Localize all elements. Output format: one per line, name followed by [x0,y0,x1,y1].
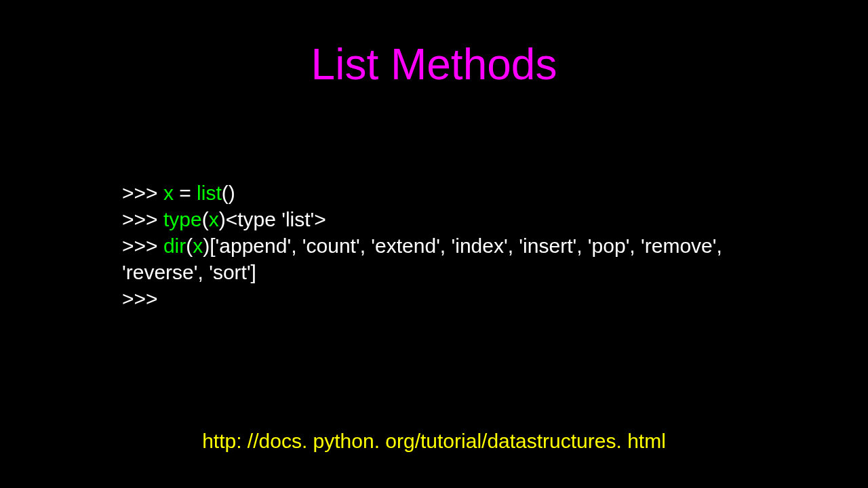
prompt: >>> [122,287,158,310]
prompt: >>> [122,208,163,230]
variable-x: x [163,182,174,204]
output-dir: ['append', 'count', 'extend', 'index', '… [122,235,722,283]
lparen: ( [186,235,193,257]
code-block: >>> x = list() >>> type(x)<type 'list'> … [122,180,800,312]
function-list: list [197,182,222,204]
prompt: >>> [122,182,163,204]
slide-title: List Methods [0,0,868,89]
code-line-2: >>> type(x)<type 'list'> [122,206,800,232]
function-dir: dir [163,235,186,257]
rparen: ) [219,208,226,230]
code-line-4: >>> [122,285,800,312]
footer-link: http: //docs. python. org/tutorial/datas… [0,430,868,453]
code-line-1: >>> x = list() [122,180,800,206]
lparen: ( [202,208,209,230]
parens: () [222,182,235,204]
rparen: ) [203,235,210,257]
arg-x: x [209,208,219,230]
function-type: type [163,208,202,230]
slide: List Methods >>> x = list() >>> type(x)<… [0,0,868,488]
equals-sign: = [174,182,197,204]
code-line-3: >>> dir(x)['append', 'count', 'extend', … [122,232,800,285]
arg-x: x [193,235,203,257]
prompt: >>> [122,235,163,257]
output-type: <type 'list'> [226,208,326,230]
